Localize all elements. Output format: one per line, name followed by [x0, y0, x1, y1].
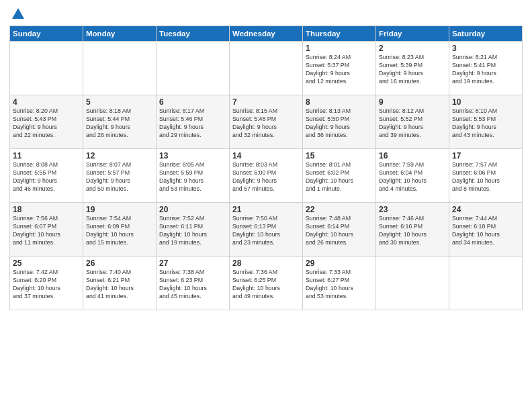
- day-info: Sunrise: 7:38 AM Sunset: 6:23 PM Dayligh…: [159, 269, 226, 301]
- logo: [9, 7, 26, 21]
- day-number: 27: [159, 259, 226, 268]
- day-info: Sunrise: 8:20 AM Sunset: 5:43 PM Dayligh…: [13, 107, 80, 140]
- page: SundayMondayTuesdayWednesdayThursdayFrid…: [0, 0, 532, 411]
- weekday-header-saturday: Saturday: [449, 26, 523, 42]
- calendar-cell: 23Sunrise: 7:46 AM Sunset: 6:16 PM Dayli…: [376, 203, 449, 257]
- calendar-cell: 10Sunrise: 8:10 AM Sunset: 5:53 PM Dayli…: [449, 95, 523, 149]
- day-number: 20: [159, 205, 226, 214]
- calendar-cell: 7Sunrise: 8:15 AM Sunset: 5:48 PM Daylig…: [230, 95, 303, 149]
- calendar-cell: [230, 42, 303, 95]
- calendar-week-row: 1Sunrise: 8:24 AM Sunset: 5:37 PM Daylig…: [10, 42, 523, 95]
- day-info: Sunrise: 7:44 AM Sunset: 6:18 PM Dayligh…: [452, 215, 519, 247]
- day-info: Sunrise: 7:36 AM Sunset: 6:25 PM Dayligh…: [232, 269, 300, 301]
- calendar-cell: 22Sunrise: 7:48 AM Sunset: 6:14 PM Dayli…: [303, 203, 376, 257]
- calendar-table: SundayMondayTuesdayWednesdayThursdayFrid…: [9, 26, 523, 310]
- calendar-cell: 28Sunrise: 7:36 AM Sunset: 6:25 PM Dayli…: [230, 257, 303, 310]
- day-number: 9: [379, 97, 446, 107]
- calendar-cell: 2Sunrise: 8:23 AM Sunset: 5:39 PM Daylig…: [376, 42, 449, 95]
- day-number: 25: [13, 259, 80, 268]
- calendar-cell: 25Sunrise: 7:42 AM Sunset: 6:20 PM Dayli…: [10, 257, 83, 310]
- weekday-header-tuesday: Tuesday: [157, 26, 230, 42]
- day-info: Sunrise: 7:52 AM Sunset: 6:11 PM Dayligh…: [159, 215, 226, 247]
- calendar-cell: [10, 42, 83, 95]
- calendar-cell: 17Sunrise: 7:57 AM Sunset: 6:06 PM Dayli…: [449, 149, 523, 203]
- day-info: Sunrise: 8:17 AM Sunset: 5:46 PM Dayligh…: [159, 107, 226, 140]
- day-info: Sunrise: 8:13 AM Sunset: 5:50 PM Dayligh…: [306, 107, 373, 140]
- day-info: Sunrise: 7:42 AM Sunset: 6:20 PM Dayligh…: [13, 269, 80, 301]
- day-number: 21: [232, 205, 300, 214]
- day-info: Sunrise: 8:24 AM Sunset: 5:37 PM Dayligh…: [306, 54, 373, 86]
- day-number: 22: [306, 205, 373, 214]
- day-info: Sunrise: 8:21 AM Sunset: 5:41 PM Dayligh…: [452, 54, 519, 86]
- day-info: Sunrise: 8:03 AM Sunset: 6:00 PM Dayligh…: [232, 161, 300, 193]
- calendar-cell: 18Sunrise: 7:56 AM Sunset: 6:07 PM Dayli…: [10, 203, 83, 257]
- day-number: 12: [86, 151, 153, 161]
- calendar-week-row: 11Sunrise: 8:08 AM Sunset: 5:55 PM Dayli…: [10, 149, 523, 203]
- day-number: 26: [86, 259, 153, 268]
- day-info: Sunrise: 8:15 AM Sunset: 5:48 PM Dayligh…: [232, 107, 300, 140]
- day-number: 7: [232, 97, 300, 107]
- calendar-cell: 24Sunrise: 7:44 AM Sunset: 6:18 PM Dayli…: [449, 203, 523, 257]
- day-number: 18: [13, 205, 80, 214]
- calendar-cell: 8Sunrise: 8:13 AM Sunset: 5:50 PM Daylig…: [303, 95, 376, 149]
- calendar-cell: 21Sunrise: 7:50 AM Sunset: 6:13 PM Dayli…: [230, 203, 303, 257]
- calendar-week-row: 18Sunrise: 7:56 AM Sunset: 6:07 PM Dayli…: [10, 203, 523, 257]
- calendar-cell: [449, 257, 523, 310]
- calendar-cell: 1Sunrise: 8:24 AM Sunset: 5:37 PM Daylig…: [303, 42, 376, 95]
- weekday-header-friday: Friday: [376, 26, 449, 42]
- day-info: Sunrise: 7:48 AM Sunset: 6:14 PM Dayligh…: [306, 215, 373, 247]
- day-number: 17: [452, 151, 519, 161]
- day-info: Sunrise: 7:54 AM Sunset: 6:09 PM Dayligh…: [86, 215, 153, 247]
- calendar-cell: 26Sunrise: 7:40 AM Sunset: 6:21 PM Dayli…: [83, 257, 157, 310]
- day-info: Sunrise: 7:40 AM Sunset: 6:21 PM Dayligh…: [86, 269, 153, 301]
- logo-icon: [11, 7, 26, 21]
- calendar-cell: 29Sunrise: 7:33 AM Sunset: 6:27 PM Dayli…: [303, 257, 376, 310]
- day-info: Sunrise: 7:57 AM Sunset: 6:06 PM Dayligh…: [452, 161, 519, 193]
- calendar-cell: 27Sunrise: 7:38 AM Sunset: 6:23 PM Dayli…: [157, 257, 230, 310]
- day-number: 2: [379, 44, 446, 53]
- calendar-header-row: SundayMondayTuesdayWednesdayThursdayFrid…: [10, 26, 523, 42]
- weekday-header-wednesday: Wednesday: [230, 26, 303, 42]
- weekday-header-thursday: Thursday: [303, 26, 376, 42]
- calendar-cell: [376, 257, 449, 310]
- calendar-cell: 16Sunrise: 7:59 AM Sunset: 6:04 PM Dayli…: [376, 149, 449, 203]
- day-number: 28: [232, 259, 300, 268]
- calendar-cell: 6Sunrise: 8:17 AM Sunset: 5:46 PM Daylig…: [157, 95, 230, 149]
- day-number: 3: [452, 44, 519, 53]
- day-number: 4: [13, 97, 80, 107]
- day-info: Sunrise: 8:10 AM Sunset: 5:53 PM Dayligh…: [452, 107, 519, 140]
- day-number: 13: [159, 151, 226, 161]
- calendar-cell: 5Sunrise: 8:18 AM Sunset: 5:44 PM Daylig…: [83, 95, 157, 149]
- calendar-cell: 3Sunrise: 8:21 AM Sunset: 5:41 PM Daylig…: [449, 42, 523, 95]
- calendar-week-row: 4Sunrise: 8:20 AM Sunset: 5:43 PM Daylig…: [10, 95, 523, 149]
- day-number: 6: [159, 97, 226, 107]
- day-number: 8: [306, 97, 373, 107]
- calendar-cell: 9Sunrise: 8:12 AM Sunset: 5:52 PM Daylig…: [376, 95, 449, 149]
- day-number: 29: [306, 259, 373, 268]
- day-info: Sunrise: 7:56 AM Sunset: 6:07 PM Dayligh…: [13, 215, 80, 247]
- day-number: 14: [232, 151, 300, 161]
- day-number: 19: [86, 205, 153, 214]
- calendar-week-row: 25Sunrise: 7:42 AM Sunset: 6:20 PM Dayli…: [10, 257, 523, 310]
- header: [9, 7, 523, 21]
- calendar-cell: 11Sunrise: 8:08 AM Sunset: 5:55 PM Dayli…: [10, 149, 83, 203]
- calendar-cell: 13Sunrise: 8:05 AM Sunset: 5:59 PM Dayli…: [157, 149, 230, 203]
- day-info: Sunrise: 8:18 AM Sunset: 5:44 PM Dayligh…: [86, 107, 153, 140]
- day-info: Sunrise: 8:12 AM Sunset: 5:52 PM Dayligh…: [379, 107, 446, 140]
- weekday-header-sunday: Sunday: [10, 26, 83, 42]
- calendar-cell: [83, 42, 157, 95]
- day-number: 5: [86, 97, 153, 107]
- day-number: 23: [379, 205, 446, 214]
- calendar-cell: [157, 42, 230, 95]
- day-info: Sunrise: 8:07 AM Sunset: 5:57 PM Dayligh…: [86, 161, 153, 193]
- calendar-cell: 15Sunrise: 8:01 AM Sunset: 6:02 PM Dayli…: [303, 149, 376, 203]
- day-number: 10: [452, 97, 519, 107]
- calendar-cell: 19Sunrise: 7:54 AM Sunset: 6:09 PM Dayli…: [83, 203, 157, 257]
- calendar-cell: 12Sunrise: 8:07 AM Sunset: 5:57 PM Dayli…: [83, 149, 157, 203]
- day-info: Sunrise: 8:23 AM Sunset: 5:39 PM Dayligh…: [379, 54, 446, 86]
- calendar-cell: 4Sunrise: 8:20 AM Sunset: 5:43 PM Daylig…: [10, 95, 83, 149]
- day-number: 15: [306, 151, 373, 161]
- day-info: Sunrise: 7:59 AM Sunset: 6:04 PM Dayligh…: [379, 161, 446, 193]
- day-number: 16: [379, 151, 446, 161]
- day-info: Sunrise: 7:50 AM Sunset: 6:13 PM Dayligh…: [232, 215, 300, 247]
